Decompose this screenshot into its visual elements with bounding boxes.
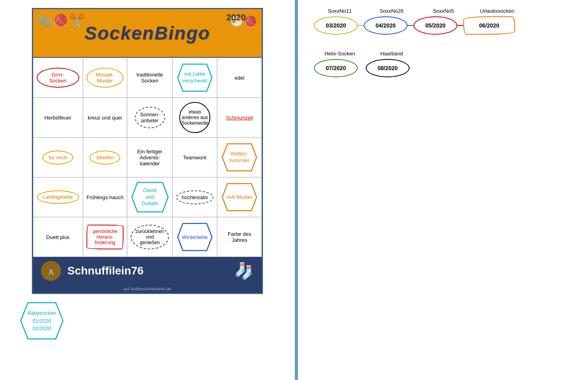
badge-row-1: SoxxNo11 SoxxNo26 SoxxNo5 Urlaubssocken … [310,8,576,35]
right-panel: SoxxNo11 SoxxNo26 SoxxNo5 Urlaubssocken … [298,0,588,380]
bingo-cell-r4c3: DavidundGoliath [127,177,172,217]
winterliebe-hex: Winterliebe [177,223,213,251]
bingo-cell-r3c2: Streifen [83,137,127,177]
baby-label: Babysocken [28,309,56,317]
grrrr-socken: Grrrr-Socken [37,68,79,88]
baby-date2: 02/2020 [28,325,56,333]
mit-liebe-hex: mit Liebeverschenkt [177,63,213,92]
bingo-cell-r3c1: für mich [33,137,83,177]
badge-helix: 07/2020 [314,59,358,77]
bingo-cell-r4c2: Frühlings-hauch [83,177,127,217]
bingo-cell-r1c1: Grrrr-Socken [33,58,83,98]
kreuz-und-quer: kreuz und quer [88,115,122,121]
label-urlaubssocken: Urlaubssocken [469,8,525,14]
label-soxxno11: SoxxNo11 [314,8,366,14]
bingo-year: 2020 [226,12,246,23]
bingo-cell-r5c4: Winterliebe [172,217,217,257]
badge-haarband: 08/2020 [366,59,410,77]
label-helix: Helix-Socken [314,51,366,57]
label-haarband: Haarband [366,51,417,57]
baby-hex-section: Babysocken 01/2020 02/2020 [20,302,283,340]
fruehlingshauch: Frühlings-hauch [86,194,123,200]
persoenliche-herausforderung: persönliche Heraus-forderung [86,225,124,249]
bingo-cell-r1c5: edel [217,58,262,98]
bingo-cell-r3c4: Teamwork [172,137,217,177]
bingo-cell-r2c1: Herbstfeuer [33,98,83,137]
connector1 [358,25,364,26]
bingo-cell-r3c3: Ein fertiger Advents-kalender [127,137,172,177]
label-soxxno26: SoxxNo26 [366,8,417,14]
footer-icon: ✂️ [41,261,61,281]
bingo-cell-r1c3: traditionelle Socken [127,58,172,98]
footer-sock-icon: 🧦 [234,262,254,280]
bingo-cell-r3c5: Welten-bummler [217,137,262,177]
baby-date1: 01/2020 [28,317,56,325]
badge-labels-row1: SoxxNo11 SoxxNo26 SoxxNo5 Urlaubssocken [314,8,576,14]
bingo-cell-r2c2: kreuz und quer [83,98,127,137]
page-divider [295,0,298,380]
weltenbummler-hex: Welten-bummler [221,143,257,172]
lieblingsfarbe: Lieblingsfarbe [37,190,79,204]
farbe-des-jahres: Farbe des Jahres [221,231,258,243]
bingo-cell-r2c4: etwas anderes aus Sockenwolle [172,98,217,137]
label-soxxno5: SoxxNo5 [417,8,469,14]
bingo-header: 2020 🧤🧶✂️ 🐑🧶 SockenBingo [33,9,262,57]
bingo-cell-r5c3: zurücklehnen und genießen [127,217,172,257]
zuruecklehnen: zurücklehnen und genießen [131,225,169,249]
bingo-cell-r1c4: mit Liebeverschenkt [172,58,217,98]
bingo-cell-r5c1: Duett plus [33,217,83,257]
schmunzeli: Schmunzeli [226,115,253,121]
bingo-cell-r1c2: Mosaik-Muster [83,58,127,98]
bingo-cell-r2c3: Sonnen-anbeter [127,98,172,137]
teamwork: Teamwork [183,155,206,161]
david-goliath-hex: DavidundGoliath [131,182,169,213]
adventskalender: Ein fertiger Advents-kalender [131,149,169,166]
bingo-grid: Grrrr-Socken Mosaik-Muster traditionelle… [33,57,262,257]
baby-hex: Babysocken 01/2020 02/2020 [20,302,64,340]
herbstfeuer: Herbstfeuer [44,115,71,121]
bingo-cell-r4c5: re/li-Muster [217,177,262,217]
badge-urlaubssocken: 06/2020 [463,16,515,35]
hochkreativ: hochkreativ [176,190,214,204]
footer-sub: auf hobbyschneiderin.de [33,285,262,293]
bingo-card: 2020 🧤🧶✂️ 🐑🧶 SockenBingo Grrrr-Socken Mo… [32,8,263,294]
badge-shapes-row1: 03/2020 04/2020 05/2020 06/2020 [314,16,576,35]
streifen: Streifen [90,151,120,165]
bingo-cell-r2c5: Schmunzeli [217,98,262,137]
etwas-anderes: etwas anderes aus Sockenwolle [179,102,210,133]
badge-soxxno5: 05/2020 [414,16,457,35]
traditionelle-socken: traditionelle Socken [131,72,169,84]
bingo-cell-r5c5: Farbe des Jahres [217,217,262,257]
connector3 [457,25,463,26]
edel: edel [235,75,245,81]
bingo-cell-r4c4: hochkreativ [172,177,217,217]
bingo-cell-r5c2: persönliche Heraus-forderung [83,217,127,257]
bingo-cell-r4c1: Lieblingsfarbe [33,177,83,217]
connector2 [408,25,414,26]
sonnenanbeter: Sonnen-anbeter [135,107,165,128]
mosaik-muster: Mosaik-Muster [86,68,124,88]
fuer-mich: für mich [42,151,73,165]
bingo-footer: ✂️ Schnuffilein76 🧦 [33,257,262,285]
badge-row-2: Helix-Socken Haarband 07/2020 08/2020 [310,51,576,77]
duett-plus: Duett plus [46,234,70,240]
reli-muster-hex: re/li-Muster [221,183,257,212]
badge-soxxno11: 03/2020 [314,16,358,35]
badge-labels-row2: Helix-Socken Haarband [314,51,576,57]
badge-soxxno26: 04/2020 [364,16,408,35]
bingo-title: SockenBingo [84,22,210,44]
footer-name: Schnuffilein76 [67,264,227,277]
badge-shapes-row2: 07/2020 08/2020 [314,59,576,77]
left-panel: 2020 🧤🧶✂️ 🐑🧶 SockenBingo Grrrr-Socken Mo… [0,0,295,380]
